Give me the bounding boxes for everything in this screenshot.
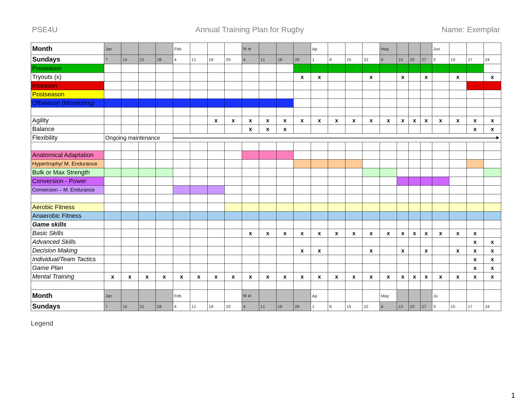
arrow-icon bbox=[173, 134, 501, 142]
page-number: 1 bbox=[511, 391, 515, 400]
legend-label: Legend bbox=[31, 319, 501, 327]
header-name: Name: Exemplar bbox=[442, 25, 500, 34]
training-table: MonthJanFebM arApMayJunSundays7142128411… bbox=[31, 43, 501, 311]
header-title: Annual Training Plan for Rugby bbox=[195, 25, 304, 34]
header-code: PSE4U bbox=[32, 25, 58, 34]
